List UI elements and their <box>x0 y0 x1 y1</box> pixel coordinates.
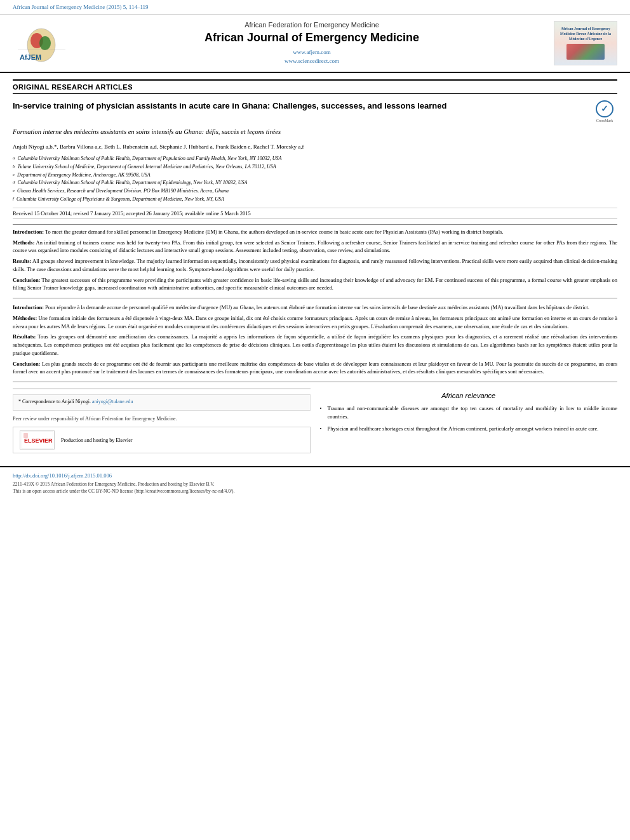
footer-line-1: 2211-419X © 2015 African Federation for … <box>13 481 617 488</box>
conclusion-label-fr: Conclusion: <box>13 361 40 367</box>
crossmark-icon: ✓ <box>596 100 613 117</box>
header-urls: www.afjem.com www.sciencedirect.com <box>76 48 547 65</box>
crossmark-badge: ✓ CrossMark <box>592 100 617 123</box>
african-relevance-title: African relevance <box>320 389 618 399</box>
correspondence-box: * Correspondence to Anjali Niyogi. aniyo… <box>13 394 311 411</box>
header-journal-thumbnail: African Journal of Emergency Medicine Re… <box>554 21 617 65</box>
affiliation-f: f Columbia University College of Physici… <box>13 196 617 204</box>
abstract-intro-fr: Introduction: Pour répondre à la demande… <box>13 303 617 312</box>
results-label-en: Results: <box>13 258 31 264</box>
african-relevance-list: Trauma and non-communicable diseases are… <box>320 404 618 432</box>
abstract-english: Introduction: To meet the greater demand… <box>13 224 617 298</box>
url-2[interactable]: www.sciencedirect.com <box>76 57 547 66</box>
abstract-methods-fr: Méthodes: Une formation initiale des for… <box>13 314 617 331</box>
abstract-conclusion-en: Conclusion: The greatest successes of th… <box>13 276 617 293</box>
svg-point-2 <box>39 36 51 50</box>
results-text-fr: Tous les groupes ont démontré une amélio… <box>13 333 617 356</box>
results-label-fr: Résultats: <box>13 333 36 340</box>
methods-label-en: Methods: <box>13 239 34 246</box>
elsevier-box: ELSEVIER Production and hosting by Elsev… <box>13 427 311 453</box>
section-label: ORIGINAL RESEARCH ARTICLES <box>13 79 617 94</box>
article-title-block: In-service training of physician assista… <box>13 100 617 123</box>
methods-text-fr: Une formation initiale des formateurs a … <box>13 315 617 330</box>
svg-text:AfJEM: AfJEM <box>20 53 41 61</box>
correspondence-label: * Correspondence to Anjali Niyogi. aniyo… <box>18 399 305 404</box>
organization-name: African Federation for Emergency Medicin… <box>76 21 547 29</box>
main-content: ORIGINAL RESEARCH ARTICLES In-service tr… <box>0 73 630 466</box>
abstract-intro-en: Introduction: To meet the greater demand… <box>13 228 617 236</box>
intro-text-fr: Pour répondre à la demande accrue de per… <box>45 304 589 310</box>
conclusion-text-en: The greatest successes of this programme… <box>13 277 617 291</box>
svg-text:ELSEVIER: ELSEVIER <box>24 437 53 444</box>
url-1[interactable]: www.afjem.com <box>76 48 547 57</box>
abstract-conclusion-fr: Conclusion: Les plus grands succès de ce… <box>13 360 617 377</box>
dates-line: Received 15 October 2014; revised 7 Janu… <box>13 208 617 219</box>
list-item: Trauma and non-communicable diseases are… <box>320 404 618 421</box>
intro-text-en: To meet the greater demand for skilled p… <box>45 229 503 235</box>
journal-header: AfJEM African Federation for Emergency M… <box>0 15 630 73</box>
svg-rect-7 <box>23 433 28 438</box>
affiliation-e: e Ghana Health Services, Research and De… <box>13 187 617 196</box>
affiliation-c: c Department of Emergency Medicine, Anch… <box>13 171 617 180</box>
afjem-logo: AfJEM <box>13 21 70 65</box>
crossmark-label: CrossMark <box>596 119 613 123</box>
doi-link[interactable]: http://dx.doi.org/10.1016/j.afjem.2015.0… <box>13 472 617 479</box>
abstract-results-fr: Résultats: Tous les groupes ont démontré… <box>13 333 617 357</box>
methods-text-en: An initial training of trainers course w… <box>13 239 617 254</box>
elsevier-label: Production and hosting by Elsevier <box>61 437 132 443</box>
affiliation-d: d Columbia University Mailman School of … <box>13 179 617 187</box>
left-column: * Correspondence to Anjali Niyogi. aniyo… <box>13 389 311 453</box>
two-column-section: * Correspondence to Anjali Niyogi. aniyo… <box>13 389 617 453</box>
article-subtitle: Formation interne des médecins assistant… <box>13 128 617 137</box>
header-center: African Federation for Emergency Medicin… <box>76 21 547 65</box>
page: African Journal of Emergency Medicine (2… <box>0 0 630 840</box>
abstract-french: Introduction: Pour répondre à la demande… <box>13 303 617 382</box>
top-bar: African Journal of Emergency Medicine (2… <box>0 0 630 15</box>
correspondence-email[interactable]: aniyogi@tulane.edu <box>92 399 133 404</box>
methods-label-fr: Méthodes: <box>13 315 37 321</box>
article-title: In-service training of physician assista… <box>13 100 586 112</box>
thumbnail-title: African Journal of Emergency Medicine Re… <box>557 27 614 41</box>
elsevier-logo: ELSEVIER <box>20 430 55 450</box>
affiliation-a: a Columbia University Mailman School of … <box>13 155 617 163</box>
journal-reference: African Journal of Emergency Medicine (2… <box>13 4 149 10</box>
abstract-results-en: Results: All groups showed improvement i… <box>13 257 617 274</box>
authors-list: Anjali Niyogi a,b,*, Barbra Villona a,c,… <box>13 142 617 151</box>
abstract-methods-en: Methods: An initial training of trainers… <box>13 239 617 255</box>
list-item: Physician and healthcare shortages exist… <box>320 425 618 433</box>
page-footer: http://dx.doi.org/10.1016/j.afjem.2015.0… <box>0 466 630 500</box>
affiliations: a Columbia University Mailman School of … <box>13 155 617 204</box>
right-column: African relevance Trauma and non-communi… <box>320 389 618 453</box>
journal-title: African Journal of Emergency Medicine <box>76 31 547 44</box>
conclusion-label-en: Conclusion: <box>13 277 40 283</box>
intro-label-en: Introduction: <box>13 229 44 235</box>
intro-label-fr: Introduction: <box>13 304 44 310</box>
conclusion-text-fr: Les plus grands succès de ce programme o… <box>13 361 617 375</box>
results-text-en: All groups showed improvement in knowled… <box>13 258 617 272</box>
peer-review-text: Peer review under responsibility of Afri… <box>13 416 311 422</box>
affiliation-b: b Tulane University School of Medicine, … <box>13 163 617 171</box>
footer-line-2: This is an open access article under the… <box>13 488 617 495</box>
